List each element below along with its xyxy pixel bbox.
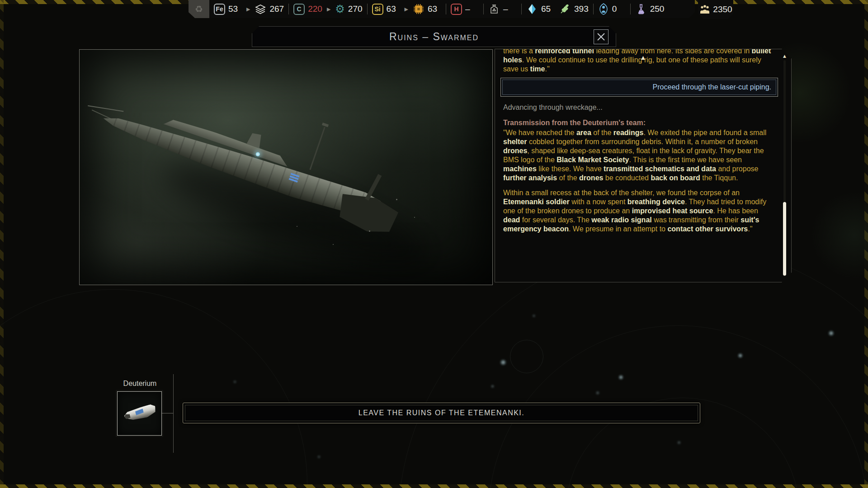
scroll-up-indicator-icon[interactable]: ▲ xyxy=(641,55,645,61)
close-button[interactable] xyxy=(594,29,609,44)
population-tab[interactable]: 2350 xyxy=(698,0,733,19)
ship-thumbnail[interactable] xyxy=(117,391,162,436)
ship-mast xyxy=(309,127,325,170)
close-icon xyxy=(596,32,606,42)
food-value: 393 xyxy=(574,4,589,14)
star-glow xyxy=(491,385,494,388)
wrecked-ship xyxy=(79,91,446,285)
hydrogen-icon: H xyxy=(451,4,462,15)
recycle-tab[interactable]: ♻ xyxy=(189,0,209,18)
event-paragraph-2: Within a small recess at the back of the… xyxy=(503,188,773,234)
choice-button[interactable]: Proceed through the laser-cut piping. xyxy=(500,78,778,97)
resource-hydrogen[interactable]: H – xyxy=(451,4,479,15)
page-title: Ruins – Swarmed xyxy=(389,31,479,43)
ship-hull xyxy=(99,103,382,225)
orbit-ring xyxy=(0,289,307,488)
resource-food[interactable]: 393 xyxy=(559,3,589,15)
carbon-value: 220 xyxy=(308,4,322,14)
connector-line xyxy=(173,374,174,453)
leave-ruins-button[interactable]: LEAVE THE RUINS OF THE ETEMENANKI. xyxy=(183,403,700,423)
waste-bag-icon xyxy=(488,3,500,15)
science-value: 250 xyxy=(650,4,665,14)
resource-science[interactable]: 250 xyxy=(635,3,665,15)
star-glow xyxy=(596,391,599,394)
star-glow xyxy=(533,314,535,317)
ship-mast-tip xyxy=(322,122,329,127)
event-text: there is a reinforced tunnel leading awa… xyxy=(503,49,773,234)
chip-icon xyxy=(413,3,425,15)
hydrogen-value: – xyxy=(465,4,479,14)
silicon-icon: Si xyxy=(372,4,383,15)
star-glow xyxy=(677,441,681,444)
star-glow xyxy=(500,360,506,365)
resource-ice[interactable]: 65 xyxy=(526,3,555,15)
cryonics-value: 0 xyxy=(612,4,626,14)
polymer-value: 270 xyxy=(348,4,363,14)
star-glow xyxy=(317,455,321,458)
event-text-panel: there is a reinforced tunnel leading awa… xyxy=(495,49,792,282)
resource-bar: ♻ Fe 53 ▶ 267 C 220 ▶ ⚙ 270 Si 63 ▶ 63 H… xyxy=(189,0,695,18)
star-glow xyxy=(738,353,743,358)
choice-label: Proceed through the laser-cut piping. xyxy=(502,80,776,95)
resource-polymer[interactable]: ⚙ 270 xyxy=(335,4,362,14)
star-glow xyxy=(828,331,834,336)
ice-crystal-icon xyxy=(526,3,538,15)
divider xyxy=(521,4,522,14)
flow-arrow-icon: ▶ xyxy=(246,6,250,12)
debris-dot xyxy=(369,230,370,232)
divider xyxy=(367,4,368,14)
leave-ruins-label: LEAVE THE RUINS OF THE ETEMENANKI. xyxy=(359,409,525,417)
orbit-ring xyxy=(510,340,543,373)
carbon-icon: C xyxy=(293,4,305,15)
nebula-glow xyxy=(805,190,868,280)
divider xyxy=(593,4,594,14)
ice-value: 65 xyxy=(541,4,555,14)
recycle-icon: ♻ xyxy=(195,4,203,14)
resource-iron[interactable]: Fe 53 xyxy=(214,4,242,15)
ship-pipe xyxy=(365,174,382,201)
debris-dot xyxy=(297,226,297,227)
divider xyxy=(630,4,631,14)
divider xyxy=(288,4,289,14)
flask-icon xyxy=(635,3,647,15)
electronics-value: 63 xyxy=(428,4,441,14)
alloy-plates-icon xyxy=(255,3,266,15)
resource-carbon[interactable]: C 220 xyxy=(293,4,322,15)
population-value: 2350 xyxy=(713,5,732,14)
star-glow xyxy=(233,380,236,383)
event-illustration xyxy=(79,49,493,285)
deuterium-ship-icon xyxy=(123,404,157,423)
waste-value: – xyxy=(503,4,517,14)
population-icon xyxy=(699,4,711,15)
gear-icon: ⚙ xyxy=(335,4,345,14)
iron-value: 53 xyxy=(228,4,242,14)
scrollbar-thumb[interactable] xyxy=(783,202,786,276)
scrollbar[interactable]: ▲ xyxy=(782,54,788,277)
iron-icon: Fe xyxy=(214,4,225,15)
transmission-heading: Transmission from the Deuterium's team: xyxy=(503,118,773,127)
alloy-value: 267 xyxy=(269,4,284,14)
star-glow xyxy=(618,375,623,380)
event-title-bar: Ruins – Swarmed xyxy=(252,26,616,47)
resource-alloy[interactable]: 267 xyxy=(255,3,284,15)
resource-cryonics[interactable]: 0 xyxy=(598,3,626,15)
event-paragraph-clipped: there is a reinforced tunnel leading awa… xyxy=(503,49,773,74)
debris-dot xyxy=(333,244,334,245)
debris-dot xyxy=(414,217,415,218)
ship-name-label: Deuterium xyxy=(118,380,162,388)
wheat-icon xyxy=(559,3,571,15)
event-paragraph-1: "We have reached the area of the reading… xyxy=(503,128,773,183)
resource-electronics[interactable]: 63 xyxy=(413,3,441,15)
silicon-value: 63 xyxy=(387,4,400,14)
connector-line xyxy=(162,413,173,413)
flow-arrow-icon: ▶ xyxy=(327,6,330,12)
cryo-person-icon xyxy=(598,3,609,15)
debris-dot xyxy=(396,199,397,200)
divider xyxy=(483,4,484,14)
divider xyxy=(446,4,446,14)
status-line: Advancing through wreckage... xyxy=(503,103,773,112)
flow-arrow-icon: ▶ xyxy=(405,6,408,12)
resource-silicon[interactable]: Si 63 xyxy=(372,4,400,15)
resource-waste[interactable]: – xyxy=(488,3,517,15)
scrollbar-up-icon[interactable]: ▲ xyxy=(782,54,788,58)
